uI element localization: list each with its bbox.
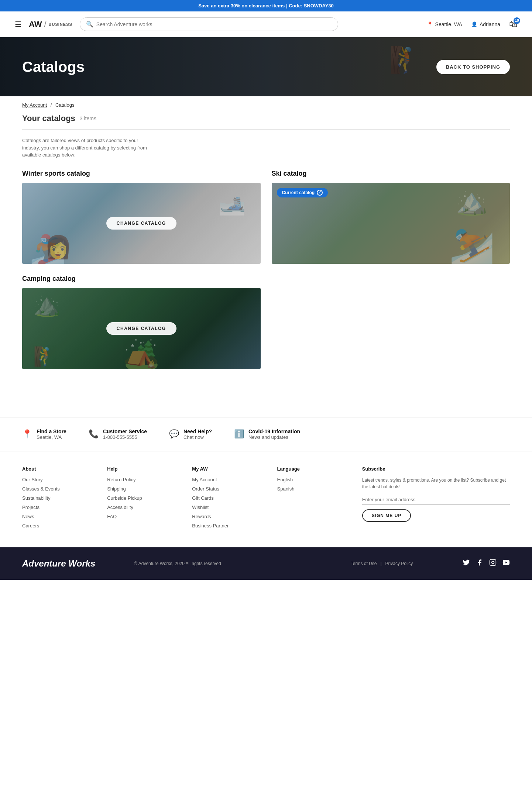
search-icon: 🔍 — [86, 21, 93, 28]
catalogs-title: Your catalogs — [22, 114, 75, 123]
camping-catalog-card: 🏕️ ⛰️ 🧗 CHANGE CATALOG — [22, 288, 261, 369]
footer-about-column: About Our Story Classes & Events Sustain… — [22, 466, 96, 532]
ski-catalog-card: ⛷️ 🏔️ Current catalog ✓ — [272, 183, 510, 264]
user-icon: 👤 — [471, 21, 477, 27]
promo-code: SNOWDAY30 — [304, 3, 334, 8]
need-help-title: Need Help? — [183, 428, 212, 434]
logo-business: BUSINESS — [49, 22, 72, 27]
breadcrumb-my-account[interactable]: My Account — [22, 102, 47, 108]
find-store-sub: Seattle, WA — [37, 434, 66, 440]
footer-link-english[interactable]: English — [277, 477, 351, 482]
search-input[interactable] — [96, 21, 332, 27]
current-catalog-icon: ✓ — [317, 190, 323, 196]
camping-change-catalog-button[interactable]: CHANGE CATALOG — [106, 322, 176, 335]
customer-service-icon: 📞 — [89, 429, 99, 439]
footer-about-title: About — [22, 466, 96, 472]
ski-catalog-section: Ski catalog ⛷️ 🏔️ Current catalog ✓ — [272, 170, 510, 264]
subscribe-email-input[interactable] — [362, 495, 510, 505]
need-help-icon: 💬 — [169, 429, 179, 439]
user-name: Adrianna — [480, 21, 500, 27]
logo[interactable]: AW/BUSINESS — [29, 20, 72, 29]
need-help-sub: Chat now — [183, 434, 212, 440]
camping-catalog-title: Camping catalog — [22, 275, 510, 283]
find-store-icon: 📍 — [22, 429, 32, 439]
page-title: Catalogs — [22, 59, 85, 75]
breadcrumb-separator: / — [51, 102, 52, 108]
logo-slash: / — [44, 20, 46, 29]
youtube-icon[interactable] — [502, 559, 510, 568]
winter-catalog-card: 🏂 🎿 👩 CHANGE CATALOG — [22, 183, 261, 264]
location-text: Seattle, WA — [435, 21, 462, 27]
user-menu[interactable]: 👤 Adrianna — [471, 21, 500, 27]
menu-icon[interactable]: ☰ — [15, 20, 21, 29]
catalog-row-1: Winter sports catalog 🏂 🎿 👩 CHANGE CATAL… — [22, 170, 510, 264]
footer-link-return-policy[interactable]: Return Policy — [107, 477, 181, 482]
find-store-info[interactable]: 📍 Find a Store Seattle, WA — [22, 428, 66, 440]
footer-bottom: Adventure Works © Adventure Works, 2020 … — [0, 547, 532, 580]
footer-link-classes-events[interactable]: Classes & Events — [22, 486, 96, 492]
covid-sub: News and updates — [248, 434, 300, 440]
footer-privacy-link[interactable]: Privacy Policy — [385, 561, 413, 566]
footer-terms-link[interactable]: Terms of Use — [351, 561, 377, 566]
logo-aw: AW — [29, 20, 42, 29]
covid-title: Covid-19 Information — [248, 428, 300, 434]
cart-badge: 10 — [514, 17, 520, 24]
footer-link-projects[interactable]: Projects — [22, 505, 96, 510]
facebook-icon[interactable] — [476, 559, 483, 568]
footer-link-gift-cards[interactable]: Gift Cards — [192, 495, 266, 501]
footer-myaw-title: My AW — [192, 466, 266, 472]
footer-link-accessibility[interactable]: Accessibility — [107, 505, 181, 510]
twitter-icon[interactable] — [463, 559, 470, 568]
sign-me-up-button[interactable]: SIGN ME UP — [362, 509, 411, 522]
winter-change-catalog-button[interactable]: CHANGE CATALOG — [106, 217, 176, 230]
footer-link-rewards[interactable]: Rewards — [192, 514, 266, 519]
footer-link-my-account[interactable]: My Account — [192, 477, 266, 482]
catalogs-count: 3 items — [80, 116, 96, 121]
footer-link-sustainability[interactable]: Sustainability — [22, 495, 96, 501]
footer-link-news[interactable]: News — [22, 514, 96, 519]
customer-service-sub: 1-800-555-5555 — [103, 434, 147, 440]
svg-rect-0 — [490, 560, 496, 566]
footer-link-spanish[interactable]: Spanish — [277, 486, 351, 492]
main-content: Your catalogs 3 items Catalogs are tailo… — [0, 114, 532, 402]
breadcrumb-current: Catalogs — [55, 102, 74, 108]
covid-icon: ℹ️ — [234, 429, 244, 439]
current-catalog-badge: Current catalog ✓ — [277, 188, 328, 197]
winter-catalog-section: Winter sports catalog 🏂 🎿 👩 CHANGE CATAL… — [22, 170, 261, 264]
footer-link-shipping[interactable]: Shipping — [107, 486, 181, 492]
promo-text: Save an extra 30% on clearance items | C… — [198, 3, 303, 8]
footer-legal-separator: | — [380, 561, 381, 566]
site-header: ☰ AW/BUSINESS 🔍 📍 Seattle, WA 👤 Adrianna… — [0, 11, 532, 37]
location-selector[interactable]: 📍 Seattle, WA — [427, 21, 462, 27]
winter-catalog-title: Winter sports catalog — [22, 170, 261, 178]
instagram-icon[interactable] — [489, 559, 497, 568]
footer-language-title: Language — [277, 466, 351, 472]
footer-link-careers[interactable]: Careers — [22, 523, 96, 529]
footer-links: About Our Story Classes & Events Sustain… — [0, 451, 532, 547]
footer-link-curbside[interactable]: Curbside Pickup — [107, 495, 181, 501]
footer-language-column: Language English Spanish — [277, 466, 351, 532]
catalogs-header: Your catalogs 3 items — [22, 114, 510, 123]
customer-service-info[interactable]: 📞 Customer Service 1-800-555-5555 — [89, 428, 147, 440]
footer-logo: Adventure Works — [22, 558, 127, 569]
ski-catalog-title: Ski catalog — [272, 170, 510, 178]
footer-link-order-status[interactable]: Order Status — [192, 486, 266, 492]
footer-link-our-story[interactable]: Our Story — [22, 477, 96, 482]
footer-myaw-column: My AW My Account Order Status Gift Cards… — [192, 466, 266, 532]
current-catalog-badge-text: Current catalog — [282, 190, 315, 195]
footer-link-faq[interactable]: FAQ — [107, 514, 181, 519]
promo-bar: Save an extra 30% on clearance items | C… — [0, 0, 532, 11]
customer-service-title: Customer Service — [103, 428, 147, 434]
footer-info-bar: 📍 Find a Store Seattle, WA 📞 Customer Se… — [0, 417, 532, 451]
hero-banner: 🧗 Catalogs BACK TO SHOPPING — [0, 37, 532, 96]
footer-subscribe-column: Subscribe Latest trends, styles & promot… — [362, 466, 510, 532]
covid-info[interactable]: ℹ️ Covid-19 Information News and updates — [234, 428, 300, 440]
footer-link-wishlist[interactable]: Wishlist — [192, 505, 266, 510]
cart-button[interactable]: 🛍 10 — [509, 20, 517, 29]
footer-link-business-partner[interactable]: Business Partner — [192, 523, 266, 529]
need-help-info[interactable]: 💬 Need Help? Chat now — [169, 428, 212, 440]
footer-help-title: Help — [107, 466, 181, 472]
search-bar[interactable]: 🔍 — [80, 17, 338, 31]
back-to-shopping-button[interactable]: BACK TO SHOPPING — [436, 60, 510, 74]
header-right: 📍 Seattle, WA 👤 Adrianna 🛍 10 — [427, 20, 517, 29]
